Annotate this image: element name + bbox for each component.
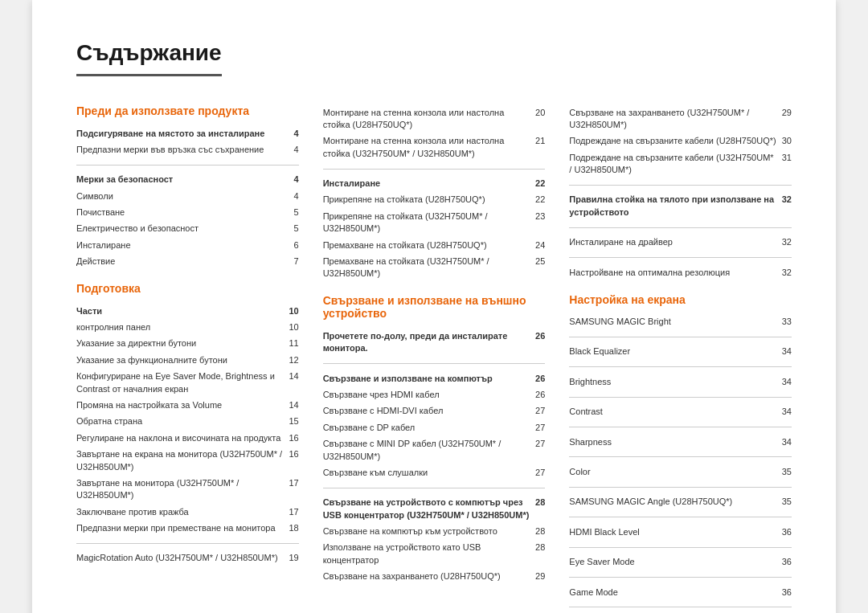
toc-page: 15 [285, 414, 298, 430]
toc-label: Свързване с MINI DP кабел (U32H750UM* / … [323, 436, 531, 465]
toc-label: Използване на устройството като USB конц… [323, 540, 531, 569]
toc-label: SAMSUNG MAGIC Bright [569, 314, 774, 330]
table-row: SAMSUNG MAGIC Bright33 [569, 314, 792, 330]
section-title-1-1: Свързване и използване на външно устройс… [323, 294, 546, 320]
toc-page: 34 [774, 404, 792, 420]
toc-label: Конфигуриране на Eye Saver Mode, Brightn… [76, 369, 285, 398]
toc-label: Свързване на захранването (U28H750UQ*) [323, 569, 531, 585]
column-1: Монтиране на стенна конзола или настолна… [323, 104, 546, 613]
toc-label: Инсталиране [323, 176, 531, 192]
table-row: Sharpness34 [569, 434, 792, 450]
toc-page: 29 [778, 104, 792, 133]
toc-page: 17 [285, 504, 298, 520]
toc-label: Brightness [569, 374, 774, 390]
section-title-2-1: Настройка на екрана [569, 293, 792, 306]
table-row: Прикрепяне на стойката (U28H750UQ*)22 [323, 192, 546, 208]
table-row: MagicRotation Auto (U32H750UM* / U32H850… [76, 550, 299, 566]
toc-page: 18 [285, 521, 298, 537]
toc-label: Символи [76, 188, 289, 204]
toc-label: Black Equalizer [569, 344, 774, 360]
column-2: Свързване на захранването (U32H750UM* / … [569, 104, 792, 613]
toc-page: 12 [285, 352, 298, 368]
table-row: Символи4 [76, 188, 299, 204]
table-row: Свързване с HDMI-DVI кабел27 [323, 403, 546, 419]
toc-page: 22 [531, 176, 545, 192]
table-row: SAMSUNG MAGIC Angle (U28H750UQ*)35 [569, 494, 792, 510]
toc-page: 34 [774, 434, 792, 450]
column-0: Преди да използвате продуктаПодсигуряван… [76, 104, 299, 613]
toc-label: Почистване [76, 205, 289, 221]
toc-label: MagicRotation Auto (U32H750UM* / U32H850… [76, 550, 285, 566]
toc-label: Свързване към слушалки [323, 464, 531, 480]
table-row: Указание за функционалните бутони12 [76, 352, 299, 368]
section-2-0: Свързване на захранването (U32H750UM* / … [569, 104, 792, 281]
table-row: контролния панел10 [76, 320, 299, 336]
toc-label: Sharpness [569, 434, 774, 450]
toc-page: 27 [531, 403, 545, 419]
section-title-0-0: Преди да използвате продукта [76, 104, 299, 117]
toc-page: 5 [289, 205, 299, 221]
toc-page: 6 [289, 237, 299, 253]
section-0-0: Преди да използвате продуктаПодсигуряван… [76, 104, 299, 270]
toc-label: Подсигуряване на мястото за инсталиране [76, 125, 289, 141]
toc-label: Предпазни мерки във връзка със съхранени… [76, 141, 289, 157]
table-row: Монтиране на стенна конзола или настолна… [323, 104, 546, 133]
table-row: HDMI Black Level36 [569, 524, 792, 540]
toc-table-1-1: Прочетете по-долу, преди да инсталирате … [323, 328, 546, 585]
content-columns: Преди да използвате продуктаПодсигуряван… [76, 104, 792, 613]
table-row: Премахване на стойката (U28H750UQ*)24 [323, 237, 546, 253]
toc-label: Eye Saver Mode [569, 554, 774, 570]
toc-page: 19 [285, 550, 298, 566]
toc-label: контролния панел [76, 320, 285, 336]
toc-page: 29 [531, 569, 545, 585]
toc-label: Game Mode [569, 584, 774, 600]
table-row: Действие7 [76, 254, 299, 270]
toc-label: Премахване на стойката (U28H750UQ*) [323, 237, 531, 253]
table-row: Предпазни мерки при преместване на монит… [76, 521, 299, 537]
toc-page: 21 [531, 133, 545, 162]
toc-page: 10 [285, 303, 298, 319]
table-row: Използване на устройството като USB конц… [323, 540, 546, 569]
toc-label: Свързване на компютър към устройството [323, 524, 531, 540]
table-row: Game Mode36 [569, 584, 792, 600]
toc-table-1-0: Монтиране на стенна конзола или настолна… [323, 104, 546, 282]
page: Съдържание Преди да използвате продуктаП… [32, 0, 836, 613]
toc-label: Свързване с HDMI-DVI кабел [323, 403, 531, 419]
table-row: Подреждане на свързаните кабели (U32H750… [569, 149, 792, 178]
toc-page: 32 [778, 192, 792, 221]
table-row: Black Equalizer34 [569, 344, 792, 360]
table-row: Правилна стойка на тялото при използване… [569, 192, 792, 221]
toc-label: Монтиране на стенна конзола или настолна… [323, 104, 531, 133]
toc-label: Свързване на устройството с компютър чре… [323, 495, 531, 524]
toc-page: 33 [774, 314, 792, 330]
toc-page: 11 [285, 336, 298, 352]
toc-page: 28 [531, 540, 545, 569]
table-row: Инсталиране22 [323, 176, 546, 192]
toc-page: 31 [778, 149, 792, 178]
table-row: Завъртане на екрана на монитора (U32H750… [76, 447, 299, 476]
toc-page: 26 [531, 370, 545, 386]
section-1-0: Монтиране на стенна конзола или настолна… [323, 104, 546, 282]
table-row: Настройване на оптимална резолюция32 [569, 264, 792, 280]
toc-label: HDMI Black Level [569, 524, 774, 540]
toc-label: Color [569, 464, 774, 480]
table-row: Електричество и безопасност5 [76, 221, 299, 237]
toc-page: 17 [285, 475, 298, 504]
toc-label: Промяна на настройката за Volume [76, 397, 285, 413]
table-row: Свързване на захранването (U28H750UQ*)29 [323, 569, 546, 585]
table-row: Указание за директни бутони11 [76, 336, 299, 352]
toc-page: 10 [285, 320, 298, 336]
table-row: Завъртане на монитора (U32H750UM* / U32H… [76, 475, 299, 504]
toc-page: 30 [778, 133, 792, 149]
table-row: Премахване на стойката (U32H750UM* / U32… [323, 254, 546, 283]
toc-page: 4 [289, 188, 299, 204]
toc-label: Регулиране на наклона и височината на пр… [76, 430, 285, 446]
table-row: Прикрепяне на стойката (U32H750UM* / U32… [323, 208, 546, 237]
section-2-1: Настройка на екранаSAMSUNG MAGIC Bright3… [569, 293, 792, 613]
table-row: Свързване към слушалки27 [323, 464, 546, 480]
toc-page: 36 [774, 554, 792, 570]
toc-page: 25 [531, 254, 545, 283]
table-row: Brightness34 [569, 374, 792, 390]
toc-label: Подреждане на свързаните кабели (U28H750… [569, 133, 777, 149]
toc-page: 35 [774, 464, 792, 480]
